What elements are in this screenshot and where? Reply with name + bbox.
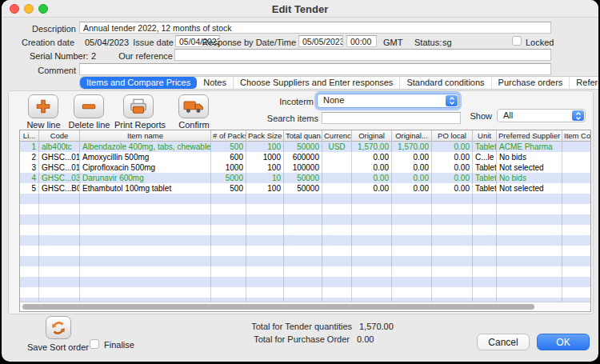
tab-notes[interactable]: Notes [197,77,233,89]
tab-choose-suppliers-and-enter-responses[interactable]: Choose Suppliers and Enter responses [233,77,399,89]
column-header-unit[interactable]: Unit [473,130,497,142]
cell-empty [473,214,497,225]
cell-po_local: 0.00 [432,183,473,194]
tab-items-and-compare-prices[interactable]: Items and Compare Prices [80,77,197,89]
cell-empty [20,287,39,298]
response-time-input[interactable]: 00:00 [346,35,377,47]
cell-po_local: 0.00 [432,162,473,173]
column-header-currency[interactable]: Currency [322,130,352,142]
cell-empty [562,214,590,225]
description-input[interactable]: Annual tender 2022, 12 months of stock [79,22,551,34]
total-tender-label: Total for Tender quantities [194,322,352,331]
cell-packs: 500 [211,183,246,194]
cell-empty [284,225,322,235]
tab-reference-documents[interactable]: Reference documents [569,77,598,89]
cell-empty [39,214,80,225]
total-po-value: 0.00 [357,334,374,344]
cell-empty [432,287,473,298]
cell-preferred_supplier: Not selected [497,162,562,173]
total-po-label: Total for Purchase Order [194,334,350,344]
ok-button[interactable]: OK [537,334,590,350]
table-row-empty[interactable] [20,277,590,287]
truck-icon [183,98,204,114]
title-bar[interactable]: Edit Tender [2,0,598,18]
column-header-original_2[interactable]: Original... [392,130,432,142]
table-row-empty[interactable] [20,204,590,214]
incoterm-select[interactable]: None [317,94,459,108]
table-row-empty[interactable] [20,256,590,266]
cell-code: GHSC...B0103 [39,183,80,194]
new-line-button[interactable] [28,94,58,118]
column-header-pack_size[interactable]: Pack Size [246,130,284,142]
table-row[interactable]: 1alb400tcAlbendazole 400mg, tabs, chewab… [20,142,590,152]
confirm-button[interactable] [178,94,209,118]
cell-empty [497,246,562,256]
cell-empty [473,204,497,214]
our-reference-input[interactable] [174,49,551,61]
cell-empty [432,277,473,287]
table-row-empty[interactable] [20,246,590,256]
table-row-empty[interactable] [20,287,590,298]
column-header-po_local[interactable]: PO local [432,130,473,142]
column-header-packs[interactable]: # of Packs [211,130,246,142]
scrollbar-thumb[interactable] [22,304,534,310]
table-row-empty[interactable] [20,266,590,277]
table-row[interactable]: 4GHSC...0355Darunavir 600mg500010500000.… [20,173,590,183]
cell-total_qty: 50000 [284,183,322,194]
gmt-label: GMT [383,38,402,47]
cell-empty [392,225,432,235]
response-by-label: Response by Date/Time [202,38,296,47]
cell-empty [562,256,590,266]
cell-empty [20,194,39,204]
delete-line-button[interactable] [74,94,104,118]
column-header-total_qty[interactable]: Total quan... [284,130,322,142]
cell-empty [246,277,284,287]
cell-empty [473,246,497,256]
table-row-empty[interactable] [20,194,590,204]
cell-empty [39,266,80,277]
tab-standard-conditions[interactable]: Standard conditions [399,77,490,89]
column-header-item_con[interactable]: Item Con.. [562,130,591,142]
incoterm-value: None [323,95,344,105]
cancel-button[interactable]: Cancel [477,334,530,350]
cell-total_qty: 50000 [284,173,322,183]
table-row[interactable]: 3GHSC...0104Ciprofloxacin 500mg100010010… [20,162,590,173]
column-header-item[interactable]: Item name [80,130,211,142]
cell-empty [473,266,497,277]
table-row-empty[interactable] [20,214,590,225]
response-date-input[interactable]: 05/05/2023 [298,35,343,47]
cell-empty [20,266,39,277]
save-sort-order-button[interactable] [46,316,71,339]
cell-empty [20,214,39,225]
cell-empty [39,225,80,235]
table-row[interactable]: 2GHSC...0101Amoxycillin 500mg60010006000… [20,152,590,162]
cell-empty [20,277,39,287]
cell-empty [80,277,211,287]
column-header-code[interactable]: Code [39,130,80,142]
finalise-checkbox[interactable] [90,339,99,349]
cell-empty [284,266,322,277]
cell-empty [473,225,497,235]
show-select[interactable]: All [497,109,586,122]
cell-empty [322,256,352,266]
table-row-empty[interactable] [20,235,590,246]
horizontal-scrollbar[interactable] [20,302,590,311]
column-header-preferred_supplier[interactable]: Preferred Supplier [497,130,562,142]
cell-total_qty: 100000 [284,162,322,173]
locked-checkbox[interactable] [512,36,522,46]
cell-empty [284,256,322,266]
column-header-original[interactable]: Original [352,130,392,142]
column-header-line[interactable]: Li... [20,130,39,142]
search-items-input[interactable] [322,112,461,124]
tab-purchase-orders[interactable]: Purchase orders [491,77,570,89]
cell-empty [562,225,590,235]
cell-empty [20,246,39,256]
cell-empty [497,204,562,214]
cell-empty [20,225,39,235]
cell-line: 3 [20,162,39,173]
table-row-empty[interactable] [20,225,590,235]
comment-input[interactable] [79,63,551,75]
print-reports-button[interactable] [123,94,154,118]
cell-empty [284,277,322,287]
table-row[interactable]: 5GHSC...B0103Ethambutol 100mg tablet5001… [20,183,590,194]
